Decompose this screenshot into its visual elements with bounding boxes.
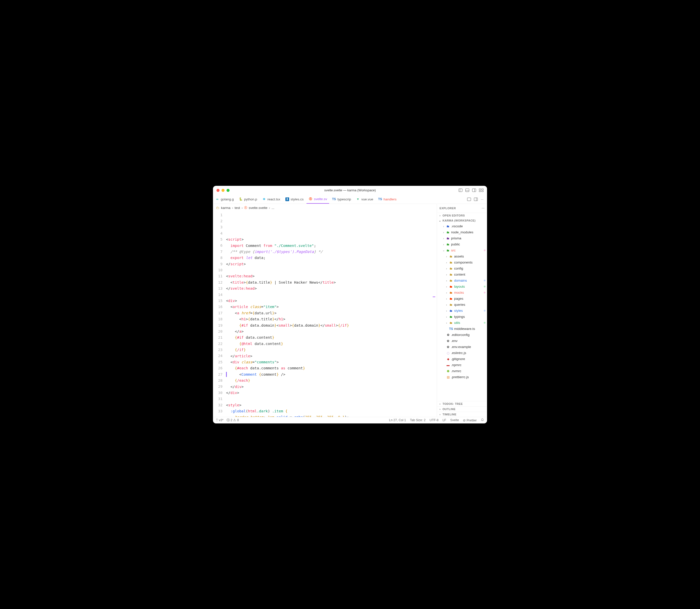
tree-folder[interactable]: ›🖿public xyxy=(437,241,487,247)
breadcrumb[interactable]: 🗀 karma › test › ⓢ svelte.svelte › ... xyxy=(213,204,437,211)
tab-typescript[interactable]: TS typescrip xyxy=(330,195,353,204)
tree-folder[interactable]: ›🖿config xyxy=(437,265,487,272)
section-outline[interactable]: › OUTLINE xyxy=(437,406,487,412)
tree-file[interactable]: ◆.gitignore xyxy=(437,356,487,362)
code-content[interactable]: <script> import Comment from "./Comment.… xyxy=(226,211,437,417)
tree-folder[interactable]: ›🖿components xyxy=(437,260,487,265)
code-line[interactable]: :global(html.dark) .item { xyxy=(226,408,437,414)
code-line[interactable]: /** @type {import('./$types').PageData} … xyxy=(226,249,437,255)
tree-folder[interactable]: ›🖿domains xyxy=(437,278,487,284)
tree-folder[interactable]: ›🖿pages xyxy=(437,296,487,302)
code-line[interactable]: <div> xyxy=(226,298,437,304)
tree-folder[interactable]: ›🖿typings xyxy=(437,314,487,320)
code-line[interactable]: {#each data.comments as comment} xyxy=(226,365,437,371)
code-line[interactable]: <h1>{data.title}</h1> xyxy=(226,316,437,322)
code-line[interactable]: </svelte:head> xyxy=(226,285,437,292)
language-mode[interactable]: Svelte xyxy=(450,418,459,422)
tree-folder[interactable]: ›🖿styles xyxy=(437,308,487,314)
tree-file[interactable]: ✿.env.example xyxy=(437,344,487,350)
code-editor[interactable]: 1234567891011121314151617181920212223242… xyxy=(213,211,437,417)
tree-folder[interactable]: ⌄🖿src xyxy=(437,247,487,254)
code-line[interactable]: <a href={data.url}> xyxy=(226,310,437,316)
code-line[interactable] xyxy=(226,292,437,298)
split-editor-icon[interactable] xyxy=(474,198,478,201)
section-timeline[interactable]: › TIMELINE xyxy=(437,412,487,417)
tree-folder[interactable]: ›🖿utils xyxy=(437,320,487,326)
tree-folder[interactable]: ›🖿queries xyxy=(437,302,487,308)
tree-folder[interactable]: ›🖿node_modules xyxy=(437,229,487,236)
breadcrumb-segment: test xyxy=(234,206,240,210)
code-line[interactable]: </article> xyxy=(226,353,437,359)
tree-file[interactable]: ⬢.nvmrc xyxy=(437,368,487,374)
tree-folder[interactable]: ›🖿assets xyxy=(437,254,487,260)
tab-handlers[interactable]: TS handlers xyxy=(376,195,399,204)
code-line[interactable]: import Comment from "./Comment.svelte"; xyxy=(226,243,437,249)
vscode-window: svelte.svelte — karma (Workspace) ∞ gola… xyxy=(213,186,487,423)
toggle-bottom-panel-icon[interactable] xyxy=(466,189,469,192)
toggle-left-panel-icon[interactable] xyxy=(459,189,462,192)
code-line[interactable]: <Comment {comment} /> xyxy=(226,371,437,378)
tree-file[interactable]: ✿.env xyxy=(437,338,487,344)
code-line[interactable] xyxy=(226,267,437,273)
chevron-right-icon: › xyxy=(445,279,448,282)
tab-styles[interactable]: 3 styles.cs xyxy=(283,195,306,204)
tree-file[interactable]: ▬.npmrc xyxy=(437,362,487,368)
section-workspace[interactable]: ⌄ KARMA (WORKSPACE) xyxy=(437,218,487,223)
code-line[interactable] xyxy=(226,396,437,402)
code-line[interactable]: <div class="comments"> xyxy=(226,359,437,365)
code-line[interactable]: <svelte:head> xyxy=(226,273,437,279)
tab-svelte[interactable]: ⓢ svelte.sv xyxy=(307,195,329,204)
tab-python[interactable]: 🐍 python.p xyxy=(237,195,259,204)
section-todos[interactable]: › TODOS: TREE xyxy=(437,401,487,406)
code-line[interactable]: </a> xyxy=(226,328,437,334)
tab-golang[interactable]: ∞ golang.g xyxy=(213,195,236,204)
code-line[interactable]: border-bottom: 1em solid ▢ rgba(255, 255… xyxy=(226,414,437,417)
encoding-info[interactable]: UTF-8 xyxy=(430,418,438,422)
minimize-window-button[interactable] xyxy=(222,189,225,192)
code-line[interactable]: export let data; xyxy=(226,255,437,261)
tree-folder[interactable]: ›🖿prisma xyxy=(437,236,487,241)
code-line[interactable]: <article class="item"> xyxy=(226,304,437,310)
folder-icon: 🖿 xyxy=(449,279,453,282)
chevron-right-icon: › xyxy=(445,303,448,306)
tree-folder[interactable]: ›🖿layouts xyxy=(437,284,487,290)
cursor-position[interactable]: Ln 27, Col 1 xyxy=(389,418,406,422)
problems-indicator[interactable]: ⓧ 2 ⚠ 0 xyxy=(227,418,239,422)
code-line[interactable]: {#if data.content} xyxy=(226,334,437,341)
window-title: svelte.svelte — karma (Workspace) xyxy=(213,188,487,192)
tree-folder[interactable]: ›🖿.vscode xyxy=(437,223,487,229)
toggle-right-panel-icon[interactable] xyxy=(472,189,476,192)
indent-info[interactable]: Tab Size: 2 xyxy=(410,418,426,422)
close-window-button[interactable] xyxy=(216,189,220,192)
tree-file[interactable]: ⚙.editorconfig xyxy=(437,332,487,338)
formatter-info[interactable]: ⊘ Prettier xyxy=(463,418,477,422)
compare-icon[interactable] xyxy=(467,198,471,201)
tree-folder[interactable]: ›🖿content xyxy=(437,272,487,278)
tree-file[interactable]: TSmiddleware.ts xyxy=(437,326,487,332)
code-line[interactable]: </script> xyxy=(226,261,437,267)
code-line[interactable]: <style> xyxy=(226,402,437,408)
breadcrumb-separator: › xyxy=(232,206,233,210)
layout-grid-icon[interactable] xyxy=(479,189,484,192)
tree-folder[interactable]: ›🖿mocks xyxy=(437,290,487,296)
git-branch[interactable]: ᛘ v3* xyxy=(216,418,224,422)
tree-file[interactable]: ◌.eslintrc.js xyxy=(437,350,487,356)
tree-file[interactable]: ▤.prettierrc.js xyxy=(437,374,487,380)
code-line[interactable]: </div> xyxy=(226,384,437,390)
code-line[interactable]: {@html data.content} xyxy=(226,341,437,347)
code-line[interactable]: <title>{data.title} | Svelte Hacker News… xyxy=(226,279,437,285)
tree-item-label: middleware.ts xyxy=(454,327,475,331)
bell-icon[interactable] xyxy=(481,418,484,422)
more-icon[interactable]: ··· xyxy=(482,207,485,210)
more-actions-icon[interactable]: ··· xyxy=(481,197,484,201)
code-line[interactable]: {/each} xyxy=(226,378,437,383)
code-line[interactable]: {#if data.domain}<small>{data.domain}</s… xyxy=(226,323,437,328)
tab-react[interactable]: ⚛ react.tsx xyxy=(260,195,282,204)
tab-vue[interactable]: ▼ vue.vue xyxy=(354,195,375,204)
code-line[interactable]: <script> xyxy=(226,236,437,242)
maximize-window-button[interactable] xyxy=(227,189,230,192)
code-line[interactable]: {/if} xyxy=(226,347,437,353)
code-line[interactable]: </div> xyxy=(226,390,437,396)
section-open-editors[interactable]: › OPEN EDITORS xyxy=(437,213,487,218)
eol-info[interactable]: LF xyxy=(442,418,446,422)
